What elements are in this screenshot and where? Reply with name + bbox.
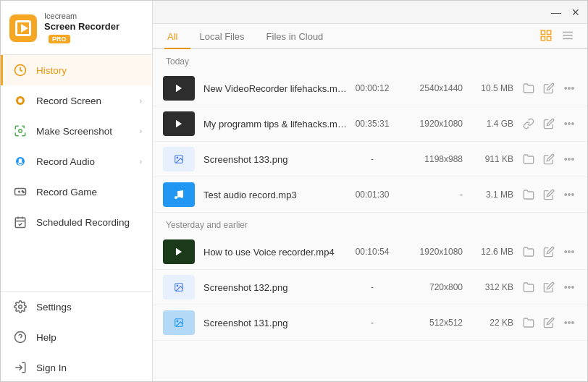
table-row[interactable]: My programm tips & lifehacks.mp4 00:35:3… <box>153 106 587 142</box>
file-resolution: 512x512 <box>398 318 463 328</box>
svg-point-31 <box>175 196 177 199</box>
folder-icon[interactable] <box>521 151 537 167</box>
file-duration: 00:01:30 <box>347 190 398 200</box>
file-name: New VideoRecorder lifehacks.mp4 <box>203 83 347 94</box>
table-row[interactable]: Screenshot 132.png - 720x800 312 KB ••• <box>153 270 587 305</box>
screenshot-icon <box>13 124 28 138</box>
file-size: 12.6 MB <box>463 247 513 257</box>
chevron-right-icon3: › <box>140 158 142 166</box>
scheduled-icon <box>13 215 28 229</box>
file-name: Screenshot 133.png <box>203 154 347 165</box>
svg-rect-22 <box>541 37 545 41</box>
sidebar-item-scheduled-recording[interactable]: Scheduled Recording <box>1 207 152 237</box>
settings-icon <box>13 300 28 314</box>
file-resolution: 2540x1440 <box>398 83 463 93</box>
file-size: 3.1 MB <box>463 190 513 200</box>
chevron-right-icon2: › <box>140 127 142 135</box>
folder-icon[interactable] <box>521 315 537 331</box>
file-name: My programm tips & lifehacks.mp4 <box>203 119 347 130</box>
close-button[interactable]: ✕ <box>571 7 580 17</box>
sidebar-label-scheduled: Scheduled Recording <box>36 217 142 228</box>
history-icon <box>13 63 28 77</box>
file-thumbnail <box>163 76 195 101</box>
record-screen-icon <box>13 93 28 108</box>
more-icon[interactable]: ••• <box>561 279 577 295</box>
edit-icon[interactable] <box>541 80 557 96</box>
table-row[interactable]: Screenshot 131.png - 512x512 22 KB ••• <box>153 305 587 341</box>
more-icon[interactable]: ••• <box>561 116 577 132</box>
file-name: Test audio record.mp3 <box>203 190 347 200</box>
file-resolution: 1920x1080 <box>398 119 463 129</box>
edit-icon[interactable] <box>541 187 557 203</box>
edit-icon[interactable] <box>541 315 557 331</box>
file-actions: ••• <box>521 279 577 295</box>
svg-point-37 <box>177 321 178 322</box>
sidebar-item-record-game[interactable]: Record Game <box>1 177 152 207</box>
more-icon[interactable]: ••• <box>561 187 577 203</box>
file-name: Screenshot 131.png <box>203 318 347 328</box>
svg-rect-23 <box>547 37 551 41</box>
svg-point-32 <box>180 195 183 198</box>
table-row[interactable]: Screenshot 133.png - 1198x988 911 KB ••• <box>153 142 587 177</box>
sign-in-icon <box>13 360 28 375</box>
file-actions: ••• <box>521 187 577 203</box>
folder-icon[interactable] <box>521 80 537 96</box>
sidebar-label-settings: Settings <box>36 302 142 313</box>
sidebar-item-sign-in[interactable]: Sign In <box>1 352 152 382</box>
sidebar-label-game: Record Game <box>36 187 142 198</box>
app-title-line1: Icecream <box>44 11 143 21</box>
file-name: How to use Voice recorder.mp4 <box>203 247 347 258</box>
file-resolution: 720x800 <box>398 282 463 292</box>
file-thumbnail <box>163 310 195 335</box>
folder-icon[interactable] <box>521 187 537 203</box>
app-title-line2: Screen Recorder PRO <box>44 21 143 46</box>
pro-badge: PRO <box>49 35 70 43</box>
sidebar-bottom: Settings Help Sign In <box>1 291 152 382</box>
file-size: 911 KB <box>463 154 513 164</box>
file-name: Screenshot 132.png <box>203 282 347 293</box>
svg-marker-33 <box>176 248 182 256</box>
list-view-button[interactable] <box>560 27 576 43</box>
sidebar-label-history: History <box>36 65 142 76</box>
file-actions: ••• <box>521 244 577 260</box>
main-content: — ✕ All Local Files Files in Cloud <box>153 1 587 381</box>
svg-rect-12 <box>15 218 25 228</box>
table-row[interactable]: How to use Voice recorder.mp4 00:10:54 1… <box>153 234 587 270</box>
edit-icon[interactable] <box>541 244 557 260</box>
more-icon[interactable]: ••• <box>561 151 577 167</box>
sidebar-label-record-screen: Record Screen <box>36 96 140 106</box>
sidebar-item-help[interactable]: Help <box>1 322 152 352</box>
minimize-button[interactable]: — <box>551 7 561 17</box>
more-icon[interactable]: ••• <box>561 244 577 260</box>
file-duration: - <box>347 282 398 292</box>
folder-icon[interactable] <box>521 279 537 295</box>
tabs-bar: All Local Files Files in Cloud <box>153 24 587 49</box>
tab-files-in-cloud[interactable]: Files in Cloud <box>264 24 337 49</box>
sidebar-item-make-screenshot[interactable]: Make Screenshot › <box>1 116 152 146</box>
tab-local-files[interactable]: Local Files <box>196 24 257 49</box>
titlebar: — ✕ <box>153 1 587 24</box>
link-icon[interactable] <box>521 116 537 132</box>
more-icon[interactable]: ••• <box>561 315 577 331</box>
sidebar-item-history[interactable]: History <box>1 55 152 85</box>
folder-icon[interactable] <box>521 244 537 260</box>
more-icon[interactable]: ••• <box>561 80 577 96</box>
file-thumbnail <box>163 275 195 300</box>
edit-icon[interactable] <box>541 151 557 167</box>
app-logo <box>9 14 37 42</box>
file-duration: 00:10:54 <box>347 247 398 257</box>
sidebar-item-record-screen[interactable]: Record Screen › <box>1 85 152 116</box>
game-icon <box>13 184 28 199</box>
svg-point-11 <box>23 192 25 193</box>
file-actions: ••• <box>521 151 577 167</box>
sidebar-item-record-audio[interactable]: Record Audio › <box>1 146 152 177</box>
tab-all[interactable]: All <box>164 24 190 49</box>
edit-icon[interactable] <box>541 279 557 295</box>
table-row[interactable]: Test audio record.mp3 00:01:30 - 3.1 MB … <box>153 177 587 213</box>
grid-view-button[interactable] <box>538 27 554 43</box>
sidebar-item-settings[interactable]: Settings <box>1 292 152 322</box>
svg-point-30 <box>177 157 178 158</box>
table-row[interactable]: New VideoRecorder lifehacks.mp4 00:00:12… <box>153 71 587 106</box>
edit-icon[interactable] <box>541 116 557 132</box>
help-icon <box>13 330 28 344</box>
